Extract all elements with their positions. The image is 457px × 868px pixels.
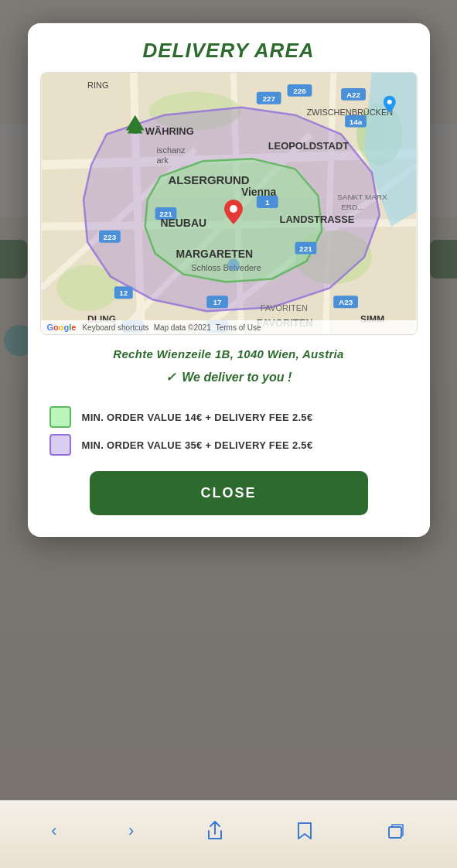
map-container: 227 226 A22 14a 221 223 12 17 225 225: [40, 72, 418, 335]
svg-text:ark: ark: [156, 155, 169, 165]
svg-text:17: 17: [213, 298, 222, 306]
svg-text:MARGARETEN: MARGARETEN: [176, 248, 253, 260]
svg-text:ischanz: ischanz: [156, 145, 186, 155]
forward-icon: ›: [128, 821, 134, 841]
legend-section: Min. Order Value 14€ + Delivery Fee 2.5€…: [28, 397, 430, 471]
share-icon: [206, 820, 224, 842]
delivery-confirm-text: We deliver to you !: [182, 371, 292, 384]
svg-text:ERD...: ERD...: [341, 203, 363, 211]
svg-text:227: 227: [262, 94, 275, 103]
svg-rect-61: [389, 827, 401, 838]
modal-title: Delivery Area: [43, 39, 414, 63]
delivery-confirmation: ✓ We deliver to you !: [28, 364, 430, 397]
svg-point-60: [387, 100, 391, 104]
svg-text:RING: RING: [87, 80, 108, 90]
modal-header: Delivery Area: [28, 23, 430, 72]
legend-text-green: Min. Order Value 14€ + Delivery Fee 2.5€: [82, 412, 313, 423]
keyboard-shortcuts: Keyboard shortcuts: [82, 323, 148, 332]
tabs-icon: [386, 821, 406, 841]
svg-text:ZWISCHENBRÜCKEN: ZWISCHENBRÜCKEN: [306, 108, 393, 117]
svg-text:14a: 14a: [349, 118, 362, 126]
svg-text:221: 221: [299, 244, 312, 253]
terms-of-use: Terms of Use: [216, 323, 261, 332]
svg-text:Vienna: Vienna: [240, 186, 276, 198]
bookmarks-icon: [295, 820, 314, 842]
address-section: Rechte Wienzeile 1B, 1040 Wien, Austria: [28, 335, 430, 364]
forward-button[interactable]: ›: [116, 815, 146, 847]
back-icon: ‹: [51, 821, 56, 841]
checkmark-icon: ✓: [165, 371, 176, 384]
svg-point-58: [229, 205, 237, 213]
legend-color-purple: [49, 434, 71, 456]
legend-item-purple: Min. Order Value 35€ + Delivery Fee 2.5€: [49, 434, 408, 456]
svg-text:LEOPOLDSTADT: LEOPOLDSTADT: [268, 140, 349, 152]
tabs-button[interactable]: [373, 815, 418, 847]
map-attribution: Keyboard shortcuts Map data ©2021 Terms …: [82, 323, 261, 332]
svg-text:A23: A23: [338, 298, 353, 306]
svg-point-57: [227, 259, 240, 272]
back-button[interactable]: ‹: [39, 815, 69, 847]
share-button[interactable]: [193, 814, 237, 848]
legend-text-purple: Min. Order Value 35€ + Delivery Fee 2.5€: [82, 439, 313, 451]
delivery-area-modal: Delivery Area: [28, 23, 430, 537]
svg-text:FAVORITEN: FAVORITEN: [260, 303, 307, 313]
svg-text:LANDSTRASSE: LANDSTRASSE: [279, 214, 354, 225]
google-logo: Google: [47, 323, 77, 332]
close-button-section: Close: [28, 471, 430, 537]
svg-text:226: 226: [293, 87, 306, 95]
bookmarks-button[interactable]: [283, 814, 326, 848]
svg-text:1: 1: [264, 198, 269, 207]
svg-text:12: 12: [119, 289, 128, 297]
svg-text:WÄHRING: WÄHRING: [145, 125, 193, 137]
ios-bottom-bar: ‹ ›: [0, 800, 457, 868]
map-footer: Google Keyboard shortcuts Map data ©2021…: [41, 320, 417, 334]
address-text: Rechte Wienzeile 1B, 1040 Wien, Austria: [43, 347, 414, 361]
svg-text:SANKT MARX: SANKT MARX: [337, 193, 387, 201]
legend-item-green: Min. Order Value 14€ + Delivery Fee 2.5€: [49, 406, 408, 428]
legend-color-green: [49, 406, 71, 428]
svg-text:A22: A22: [346, 91, 360, 99]
map-data: Map data ©2021: [154, 323, 211, 332]
svg-text:ALSERGRUND: ALSERGRUND: [168, 174, 249, 186]
svg-text:NEUBAU: NEUBAU: [160, 217, 206, 229]
close-button[interactable]: Close: [90, 471, 368, 515]
svg-text:223: 223: [103, 233, 116, 241]
svg-text:Schloss Belvedere: Schloss Belvedere: [191, 263, 261, 272]
map-svg: 227 226 A22 14a 221 223 12 17 225 225: [41, 73, 417, 334]
